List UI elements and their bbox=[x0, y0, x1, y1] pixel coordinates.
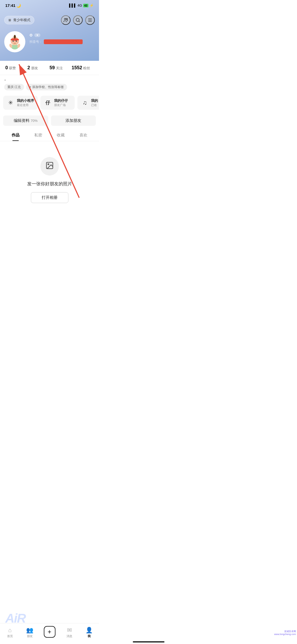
profile-section: o ▼ 抖音号： bbox=[0, 27, 99, 56]
feature-cards: ✳ 我的小程序 最近使用 仔 我的仔仔 朋友广场 ♫ 我的 已收 bbox=[0, 93, 99, 113]
stat-followers-label: 粉丝 bbox=[83, 66, 90, 71]
tab-favorites-label: 收藏 bbox=[57, 133, 65, 137]
edit-profile-label: 编辑资料 bbox=[14, 118, 30, 123]
open-album-button[interactable]: 打开相册 bbox=[31, 192, 68, 203]
douyin-id-row: 抖音号： bbox=[30, 39, 95, 44]
menu-icon-button[interactable] bbox=[85, 15, 95, 25]
feature-card-text-3: 我的 已收 bbox=[91, 98, 98, 107]
zaizai-title: 我的仔仔 bbox=[54, 98, 68, 103]
stat-followers-num: 1552 bbox=[72, 65, 82, 71]
youth-mode-button[interactable]: ⛨ 青少年模式 bbox=[4, 16, 34, 24]
music-icon: ♫ bbox=[81, 99, 88, 106]
photo-icon bbox=[45, 161, 54, 172]
status-time: 17:41 bbox=[5, 3, 15, 8]
tab-likes[interactable]: 喜欢 bbox=[72, 130, 95, 141]
status-icons: ▌▌▌ 4G 43 ⚡ bbox=[69, 3, 94, 7]
edit-progress-text: 70% bbox=[31, 119, 37, 123]
stat-friends-label: 朋友 bbox=[31, 66, 38, 71]
username-row: o ▼ bbox=[30, 32, 95, 38]
svg-point-2 bbox=[76, 18, 79, 21]
bio-section: 。 重庆·江北 + 添加学校、性别等标签 bbox=[0, 75, 99, 93]
stat-friends[interactable]: 2 朋友 bbox=[27, 65, 50, 71]
avatar-wrapper[interactable] bbox=[4, 31, 25, 52]
tab-likes-label: 喜欢 bbox=[79, 133, 87, 137]
stats-section: 0 获赞 2 朋友 59 关注 1552 粉丝 bbox=[0, 61, 99, 75]
moon-icon: 🌙 bbox=[16, 3, 21, 8]
stat-likes-label: 获赞 bbox=[9, 66, 16, 71]
svg-point-12 bbox=[16, 40, 17, 42]
tab-favorites[interactable]: 收藏 bbox=[50, 130, 72, 141]
content-empty: 发一张你好朋友的照片 打开相册 bbox=[0, 141, 99, 214]
signal-bars-icon: ▌▌▌ bbox=[69, 3, 77, 7]
svg-point-15 bbox=[11, 42, 13, 43]
feature-card-zaizai[interactable]: 仔 我的仔仔 朋友广场 bbox=[40, 96, 75, 110]
feature-card-music[interactable]: ♫ 我的 已收 bbox=[77, 96, 99, 110]
douyin-id-value bbox=[44, 39, 83, 44]
header-nav: ⛨ 青少年模式 bbox=[0, 13, 99, 27]
add-friend-button[interactable]: 添加朋友 bbox=[51, 116, 96, 126]
feature-card-text-2: 我的仔仔 朋友广场 bbox=[54, 98, 68, 107]
avatar bbox=[4, 31, 25, 52]
avatar-image bbox=[5, 32, 25, 52]
stat-following-num: 59 bbox=[50, 65, 55, 71]
mini-programs-sub: 最近使用 bbox=[17, 103, 34, 107]
zaizai-icon: 仔 bbox=[44, 100, 51, 106]
stat-followers[interactable]: 1552 粉丝 bbox=[72, 65, 94, 71]
stat-following[interactable]: 59 关注 bbox=[50, 65, 72, 71]
feature-card-text-1: 我的小程序 最近使用 bbox=[17, 98, 34, 107]
mini-program-icon: ✳ bbox=[7, 99, 14, 106]
music-sub: 已收 bbox=[91, 103, 98, 107]
svg-point-21 bbox=[48, 164, 49, 165]
svg-line-3 bbox=[79, 21, 80, 22]
friends-icon-button[interactable] bbox=[61, 15, 70, 25]
stat-following-label: 关注 bbox=[56, 66, 63, 71]
tab-private[interactable]: 私密 bbox=[27, 130, 50, 141]
stat-likes[interactable]: 0 获赞 bbox=[5, 65, 27, 71]
zaizai-sub: 朋友广场 bbox=[54, 103, 68, 107]
tab-private-label: 私密 bbox=[34, 133, 42, 137]
status-bar: 17:41 🌙 ▌▌▌ 4G 43 ⚡ bbox=[0, 0, 99, 10]
douyin-id-label: 抖音号： bbox=[30, 40, 42, 44]
shield-icon: ⛨ bbox=[8, 18, 12, 22]
add-tag-button[interactable]: + 添加学校、性别等标签 bbox=[26, 84, 67, 90]
feature-card-mini-programs[interactable]: ✳ 我的小程序 最近使用 bbox=[3, 96, 38, 110]
action-buttons: 编辑资料 70% 添加朋友 bbox=[0, 113, 99, 128]
search-icon-button[interactable] bbox=[73, 15, 83, 25]
stat-friends-num: 2 bbox=[27, 65, 30, 71]
tab-works-label: 作品 bbox=[12, 133, 20, 137]
profile-info: o ▼ 抖音号： bbox=[30, 31, 95, 44]
empty-text: 发一张你好朋友的照片 bbox=[27, 181, 72, 187]
music-title: 我的 bbox=[91, 98, 98, 103]
svg-point-0 bbox=[64, 18, 66, 20]
tab-works[interactable]: 作品 bbox=[4, 130, 27, 141]
battery-badge: 43 bbox=[83, 4, 88, 7]
network-type: 4G bbox=[77, 3, 82, 7]
mini-programs-title: 我的小程序 bbox=[17, 98, 34, 103]
bio-dot: 。 bbox=[4, 76, 95, 82]
svg-point-16 bbox=[17, 42, 18, 43]
empty-icon-circle bbox=[40, 157, 59, 176]
edit-profile-button[interactable]: 编辑资料 70% bbox=[3, 116, 48, 126]
stat-likes-num: 0 bbox=[5, 65, 8, 71]
tabs-section: 作品 私密 收藏 喜欢 bbox=[0, 130, 99, 141]
svg-point-17 bbox=[15, 42, 15, 43]
add-friend-label: 添加朋友 bbox=[65, 118, 81, 123]
svg-point-13 bbox=[13, 40, 14, 41]
svg-point-11 bbox=[13, 40, 14, 42]
battery-icon: ⚡ bbox=[89, 3, 94, 7]
youth-mode-label: 青少年模式 bbox=[13, 18, 30, 22]
svg-point-1 bbox=[66, 18, 68, 20]
level-badge: ▼ bbox=[34, 33, 40, 37]
location-tag[interactable]: 重庆·江北 bbox=[4, 84, 24, 90]
nav-icons bbox=[61, 15, 95, 25]
tags-row: 重庆·江北 + 添加学校、性别等标签 bbox=[4, 84, 95, 90]
username: o bbox=[30, 32, 33, 38]
svg-point-14 bbox=[16, 40, 17, 41]
